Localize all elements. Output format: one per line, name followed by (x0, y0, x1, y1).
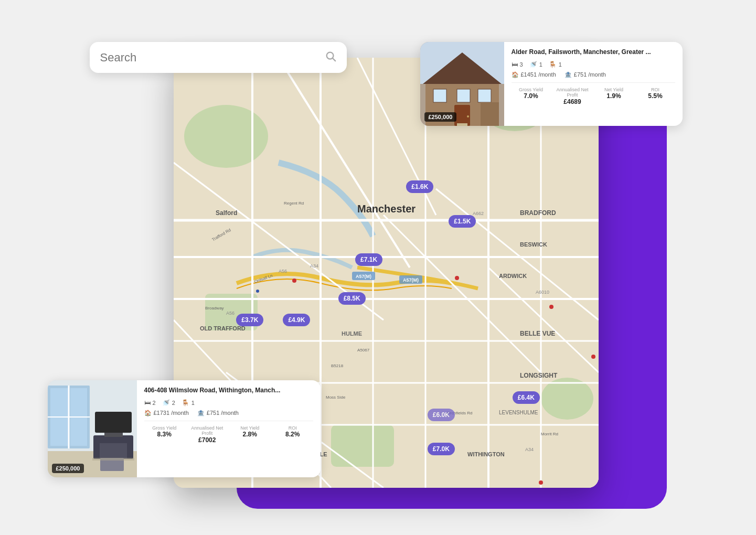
svg-text:WITHINGTON: WITHINGTON (467, 451, 505, 457)
svg-rect-87 (127, 437, 133, 459)
price-marker-6k4[interactable]: £6.4K (513, 391, 540, 404)
svg-rect-69 (433, 89, 446, 102)
property-title-top: Alder Road, Failsworth, Manchester, Grea… (512, 48, 675, 57)
bath-icon: 🚿 (529, 61, 537, 68)
svg-text:LONGSIGHT: LONGSIGHT (520, 372, 558, 379)
property-amenities-top: 🛏 3 🚿 1 🪑 1 (512, 61, 675, 68)
gross-yield-value-bottom: 8.3% (144, 431, 185, 438)
bathrooms-bottom: 2 (172, 400, 175, 406)
property-card-bottom[interactable]: £250,000 406-408 Wilmslow Road, Withingt… (48, 380, 321, 477)
svg-line-64 (333, 58, 335, 61)
svg-rect-3 (331, 425, 394, 467)
svg-text:A662: A662 (473, 211, 484, 216)
svg-text:Moss Side: Moss Side (326, 395, 346, 400)
property-card-top[interactable]: £250,000 Alder Road, Failsworth, Manches… (420, 42, 683, 126)
rent-icon-bottom: 🏠 (144, 410, 152, 416)
svg-rect-89 (95, 412, 132, 433)
svg-text:Broadway: Broadway (205, 306, 224, 311)
svg-text:A57(M): A57(M) (355, 274, 371, 279)
search-input[interactable] (100, 51, 318, 65)
svg-text:A6010: A6010 (536, 290, 549, 295)
svg-point-56 (292, 279, 296, 283)
property-price-badge-top: £250,000 (424, 112, 457, 122)
mortgage-icon-top: 🏦 (565, 71, 572, 78)
bedrooms-bottom: 2 (153, 400, 156, 406)
rent-monthly-top: £1451 /month (521, 71, 556, 78)
svg-rect-86 (93, 437, 100, 459)
annualised-value-top: £4689 (553, 98, 592, 105)
svg-rect-91 (92, 458, 134, 461)
price-marker-7k1[interactable]: £7.1K (355, 253, 382, 266)
svg-point-59 (591, 355, 595, 359)
svg-rect-71 (478, 89, 491, 102)
reception-icon-bottom: 🪑 (182, 399, 189, 406)
mortgage-monthly-top: £751 /month (574, 71, 606, 78)
svg-text:OLD TRAFFORD: OLD TRAFFORD (200, 325, 246, 331)
svg-text:LEVENSHULME: LEVENSHULME (499, 410, 538, 415)
property-price-badge-bottom: £250,000 (52, 464, 84, 473)
net-yield-value-top: 1.9% (594, 92, 634, 100)
svg-point-57 (455, 276, 459, 280)
price-marker-6k0[interactable]: £6.0K (428, 409, 455, 421)
price-marker-1k6[interactable]: £1.6K (406, 180, 433, 193)
svg-point-73 (467, 115, 469, 117)
svg-point-58 (549, 305, 553, 309)
mortgage-monthly-bottom: £751 /month (207, 410, 239, 416)
roi-value-bottom: 8.2% (272, 431, 313, 438)
svg-text:Regent Rd: Regent Rd (284, 201, 304, 206)
svg-text:A56: A56 (226, 311, 235, 316)
svg-rect-90 (104, 433, 123, 437)
reception-bottom: 1 (191, 400, 195, 406)
gross-yield-value-top: 7.0% (512, 92, 551, 100)
property-details-top: Alder Road, Failsworth, Manchester, Grea… (504, 42, 683, 126)
metric-gross-yield-top: Gross Yield 7.0% (512, 87, 551, 106)
price-marker-3k7[interactable]: £3.7K (236, 314, 263, 326)
rent-icon-top: 🏠 (512, 71, 519, 78)
property-rents-bottom: 🏠 £1731 /month 🏦 £751 /month (144, 410, 313, 416)
svg-text:A56: A56 (279, 269, 287, 274)
rent-monthly-bottom: £1731 /month (154, 410, 189, 416)
svg-text:A57(M): A57(M) (402, 277, 418, 283)
bedrooms-top: 3 (520, 61, 523, 68)
svg-point-1 (184, 105, 268, 168)
reception-icon: 🪑 (549, 61, 557, 68)
metric-annualised-top: Annualised Net Profit £4689 (553, 87, 592, 106)
svg-text:BELLE VUE: BELLE VUE (520, 330, 555, 337)
reception-top: 1 (559, 61, 562, 68)
svg-text:BESWICK: BESWICK (520, 241, 547, 248)
property-title-bottom: 406-408 Wilmslow Road, Withington, Manch… (144, 387, 313, 395)
metric-roi-top: ROI 5.5% (636, 87, 675, 106)
search-bar (90, 42, 347, 73)
property-metrics-top: Gross Yield 7.0% Annualised Net Profit £… (512, 82, 675, 106)
svg-text:Morrlt Rd: Morrlt Rd (541, 432, 558, 436)
price-marker-8k5[interactable]: £8.5K (338, 292, 366, 305)
metric-net-yield-bottom: Net Yield 2.8% (230, 425, 271, 444)
property-metrics-bottom: Gross Yield 8.3% Annualised Net Profit £… (144, 421, 313, 444)
property-image-bottom: £250,000 (48, 380, 137, 477)
search-icon (325, 50, 336, 65)
bathrooms-top: 1 (539, 61, 542, 68)
svg-text:ARDWICK: ARDWICK (499, 273, 527, 279)
annualised-value-bottom: £7002 (187, 436, 228, 444)
price-marker-7k0[interactable]: £7.0K (428, 443, 455, 455)
svg-text:BRADFORD: BRADFORD (520, 209, 556, 217)
metric-roi-bottom: ROI 8.2% (272, 425, 313, 444)
svg-text:B5218: B5218 (331, 363, 344, 368)
svg-point-61 (256, 290, 259, 293)
svg-rect-74 (457, 123, 467, 126)
svg-text:Manchester: Manchester (357, 203, 416, 215)
property-amenities-bottom: 🛏 2 🚿 2 🪑 1 (144, 399, 313, 406)
bath-icon-bottom: 🚿 (162, 399, 170, 406)
svg-text:Salford: Salford (216, 209, 237, 217)
property-image-top: £250,000 (420, 42, 504, 126)
price-marker-1k5[interactable]: £1.5K (449, 215, 476, 228)
svg-point-4 (541, 378, 593, 420)
svg-point-60 (539, 480, 543, 485)
svg-text:A34: A34 (525, 447, 534, 452)
svg-text:HULME: HULME (342, 330, 362, 337)
metric-net-yield-top: Net Yield 1.9% (594, 87, 634, 106)
net-yield-value-bottom: 2.8% (230, 431, 271, 438)
svg-text:A5067: A5067 (357, 348, 370, 352)
mortgage-icon-bottom: 🏦 (197, 410, 205, 416)
price-marker-4k9[interactable]: £4.9K (283, 314, 310, 326)
